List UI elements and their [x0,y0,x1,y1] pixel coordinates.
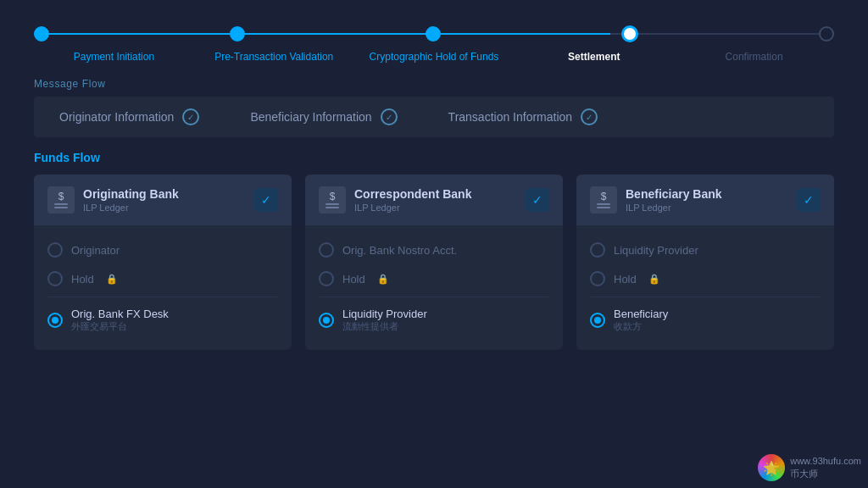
dollar-sign-2: $ [330,191,336,202]
step-label-settlement: Settlement [514,51,674,63]
step-label-confirmation: Confirmation [674,51,834,63]
step-dot-pre-transaction [230,26,245,42]
liquidity-provider-item: Liquidity Provider 流動性提供者 [319,301,549,340]
beneficiary-info-label: Beneficiary Information [250,110,371,124]
fx-desk-text-block: Orig. Bank FX Desk 外匯交易平台 [71,308,169,333]
correspondent-bank-header: $ Correspondent Bank ILP Ledger ✓ [305,175,563,225]
step-label-cryptographic-hold: Cryptographic Hold of Funds [354,51,515,63]
beneficiary-bank-header-left: $ Beneficiary Bank ILP Ledger [590,186,722,214]
beneficiary-radio[interactable] [590,313,605,328]
step-dot-cryptographic-hold [426,26,441,42]
liquidity-provider-bene-item: Liquidity Provider [590,236,821,264]
hold-item-bene: Hold 🔒 [590,264,821,293]
funds-flow-title: Funds Flow [34,151,834,164]
hold-label-orig: Hold [71,273,94,286]
funds-flow-section: Funds Flow $ Originating Bank ILP Ledger [0,137,868,350]
beneficiary-bank-body: Liquidity Provider Hold 🔒 Beneficiary 收款… [576,225,834,350]
liquidity-provider-sub: 流動性提供者 [342,320,427,333]
beneficiary-check-icon: ✓ [381,108,398,125]
originating-bank-title-block: Originating Bank ILP Ledger [83,187,179,213]
dollar-sign: $ [58,191,64,202]
message-flow-section: Message Flow Originator Information ✓ Be… [0,78,868,137]
progress-labels: Payment Initiation Pre-Transaction Valid… [34,51,834,63]
beneficiary-radio-dot [594,317,601,324]
correspondent-bank-check-badge: ✓ [526,188,549,212]
liquidity-provider-radio-dot [323,317,330,324]
hold-label-corr: Hold [342,273,365,286]
divider-orig [47,297,278,297]
liquidity-provider-bene-label: Liquidity Provider [614,244,698,257]
beneficiary-bank-icon: $ [590,186,617,214]
originator-label: Originator [71,244,120,257]
originating-bank-header: $ Originating Bank ILP Ledger ✓ [34,175,292,225]
correspondent-bank-card: $ Correspondent Bank ILP Ledger ✓ [305,175,563,350]
dollar-sign-3: $ [601,191,607,202]
originator-radio[interactable] [47,242,63,258]
transaction-check-icon: ✓ [581,108,598,125]
bank-icon-line [54,207,68,208]
beneficiary-text-block: Beneficiary 收款方 [614,308,668,333]
fx-desk-radio-dot [52,317,58,324]
bank-icon-line [54,203,68,205]
fx-desk-sub: 外匯交易平台 [71,320,169,333]
beneficiary-bank-title-block: Beneficiary Bank ILP Ledger [626,187,722,213]
bank-icon-line-3b [597,207,610,208]
originating-bank-card: $ Originating Bank ILP Ledger ✓ [34,175,292,350]
bank-icon-lines-2 [326,203,339,208]
step-label-pre-transaction: Pre-Transaction Validation [194,51,354,63]
message-item-originator: Originator Information ✓ [59,108,199,125]
watermark-site: www.93hufu.com [790,455,861,468]
bank-icon-line-2b [326,207,339,208]
watermark-brand: 币大师 [790,468,861,480]
divider-bene [590,297,821,297]
message-item-transaction: Transaction Information ✓ [448,108,598,125]
transaction-info-label: Transaction Information [448,110,573,124]
beneficiary-bank-title: Beneficiary Bank [626,187,722,201]
lock-icon-orig: 🔒 [106,274,118,285]
beneficiary-item: Beneficiary 收款方 [590,301,821,340]
bank-icon-lines-3 [597,203,610,208]
hold-radio-corr[interactable] [319,271,334,286]
hold-radio-bene[interactable] [590,271,605,286]
hold-radio-orig[interactable] [47,271,63,286]
step-dot-settlement [621,25,638,42]
message-flow-bar: Originator Information ✓ Beneficiary Inf… [34,97,834,137]
correspondent-bank-icon: $ [319,186,346,214]
progress-section: Payment Initiation Pre-Transaction Valid… [0,0,868,71]
originating-bank-check-badge: ✓ [254,188,278,212]
beneficiary-bank-check-badge: ✓ [797,188,821,212]
nostro-item: Orig. Bank Nostro Acct. [319,236,549,264]
watermark-text: www.93hufu.com 币大师 [790,455,861,481]
originating-bank-subtitle: ILP Ledger [83,202,179,213]
hold-label-bene: Hold [614,273,637,286]
lock-icon-corr: 🔒 [377,274,389,285]
nostro-radio[interactable] [319,242,334,258]
fx-desk-radio[interactable] [47,313,63,328]
originating-bank-body: Originator Hold 🔒 Orig. Bank FX Desk 外匯交… [34,225,292,350]
bank-icon-line-3a [597,203,610,205]
correspondent-bank-title: Correspondent Bank [354,187,471,201]
beneficiary-bank-card: $ Beneficiary Bank ILP Ledger ✓ [576,175,834,350]
divider-corr [319,297,549,297]
message-flow-title: Message Flow [34,78,834,90]
beneficiary-bank-subtitle: ILP Ledger [626,202,722,213]
hold-item-corr: Hold 🔒 [319,264,549,293]
watermark-logo: 🌟 [758,454,785,481]
liquidity-provider-text-block: Liquidity Provider 流動性提供者 [342,308,427,333]
step-dot-confirmation [819,26,834,42]
correspondent-bank-title-block: Correspondent Bank ILP Ledger [354,187,471,213]
originator-info-label: Originator Information [59,110,174,124]
message-item-beneficiary: Beneficiary Information ✓ [250,108,397,125]
fx-desk-item: Orig. Bank FX Desk 外匯交易平台 [47,301,278,340]
beneficiary-sub: 收款方 [614,320,668,333]
originator-item: Originator [47,236,278,264]
cards-container: $ Originating Bank ILP Ledger ✓ [34,175,834,350]
beneficiary-bank-header: $ Beneficiary Bank ILP Ledger ✓ [576,175,834,225]
liquidity-provider-bene-radio[interactable] [590,242,605,258]
fx-desk-label: Orig. Bank FX Desk [71,308,169,320]
hold-item-orig: Hold 🔒 [47,264,278,293]
nostro-label: Orig. Bank Nostro Acct. [342,244,457,257]
originating-bank-icon: $ [47,186,75,214]
correspondent-bank-subtitle: ILP Ledger [354,202,471,213]
liquidity-provider-radio[interactable] [319,313,334,328]
